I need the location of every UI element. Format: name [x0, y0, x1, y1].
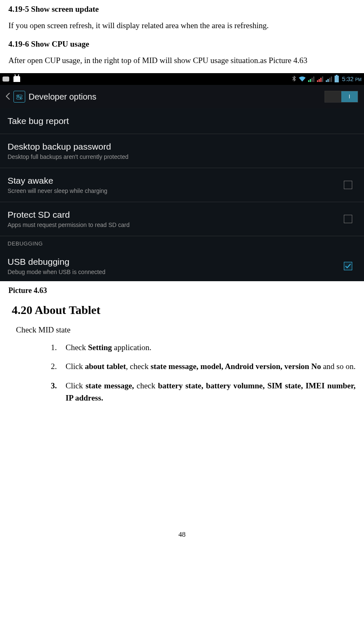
battery-icon [335, 76, 339, 82]
step-2: Click about tablet, check state message,… [59, 360, 356, 372]
about-steps-list: Check Setting application. Click about t… [59, 341, 356, 404]
section-4-20-heading: 4.20 About Tablet [12, 303, 356, 317]
figure-caption: Picture 4.63 [8, 286, 356, 295]
usb-debugging-row[interactable]: USB debugging Debug mode when USB is con… [0, 249, 364, 281]
developer-options-icon [13, 91, 25, 103]
signal-1-icon [308, 76, 314, 82]
desktop-backup-title: Desktop backup password [8, 142, 129, 152]
svg-rect-1 [16, 98, 22, 99]
signal-3-icon [326, 76, 332, 82]
bluetooth-icon [292, 76, 296, 83]
svg-point-2 [18, 95, 19, 97]
svg-rect-0 [16, 95, 22, 97]
android-screenshot: 5:32 PM Developer options I Take bug rep… [0, 73, 364, 281]
take-bug-report-title: Take bug report [8, 116, 69, 126]
wifi-icon [299, 76, 306, 83]
toggle-on-label: I [341, 91, 358, 102]
stay-awake-row[interactable]: Stay awake Screen will never sleep while… [0, 168, 364, 202]
android-debug-icon [13, 76, 20, 82]
back-icon[interactable] [6, 92, 10, 102]
section-4-19-6-body: After open CUP usage, in the right top o… [8, 55, 356, 67]
about-intro: Check MID state [16, 325, 356, 335]
status-bar: 5:32 PM [0, 73, 364, 85]
section-4-19-5-body: If you open screen refresh, it will disp… [8, 20, 356, 32]
stay-awake-title: Stay awake [8, 176, 107, 186]
protect-sd-sub: Apps must request permission to read SD … [8, 222, 129, 228]
signal-2-icon [317, 76, 323, 82]
notification-icon [3, 76, 9, 82]
step-1: Check Setting application. [59, 341, 356, 353]
step-3: Click state message, check battery state… [59, 380, 356, 404]
header-title: Developer options [29, 92, 96, 102]
usb-debugging-title: USB debugging [8, 257, 106, 267]
usb-debugging-checkbox[interactable] [344, 262, 352, 270]
svg-point-3 [20, 98, 21, 99]
protect-sd-checkbox[interactable] [344, 215, 352, 223]
page-number: 48 [8, 530, 356, 539]
usb-debugging-sub: Debug mode when USB is connected [8, 269, 106, 275]
stay-awake-sub: Screen will never sleep while charging [8, 187, 107, 194]
desktop-backup-sub: Desktop full backups aren't currently pr… [8, 153, 129, 160]
take-bug-report-row[interactable]: Take bug report [0, 108, 364, 134]
desktop-backup-row[interactable]: Desktop backup password Desktop full bac… [0, 134, 364, 168]
section-4-19-5-heading: 4.19-5 Show screen update [8, 3, 356, 16]
section-4-19-6-heading: 4.19-6 Show CPU usage [8, 38, 356, 50]
status-time: 5:32 PM [342, 76, 361, 82]
debugging-section-label: DEBUGGING [0, 236, 364, 249]
settings-header[interactable]: Developer options I [0, 85, 364, 108]
protect-sd-title: Protect SD card [8, 210, 129, 220]
protect-sd-row[interactable]: Protect SD card Apps must request permis… [0, 202, 364, 236]
stay-awake-checkbox[interactable] [344, 181, 352, 189]
developer-options-toggle[interactable]: I [324, 91, 358, 103]
